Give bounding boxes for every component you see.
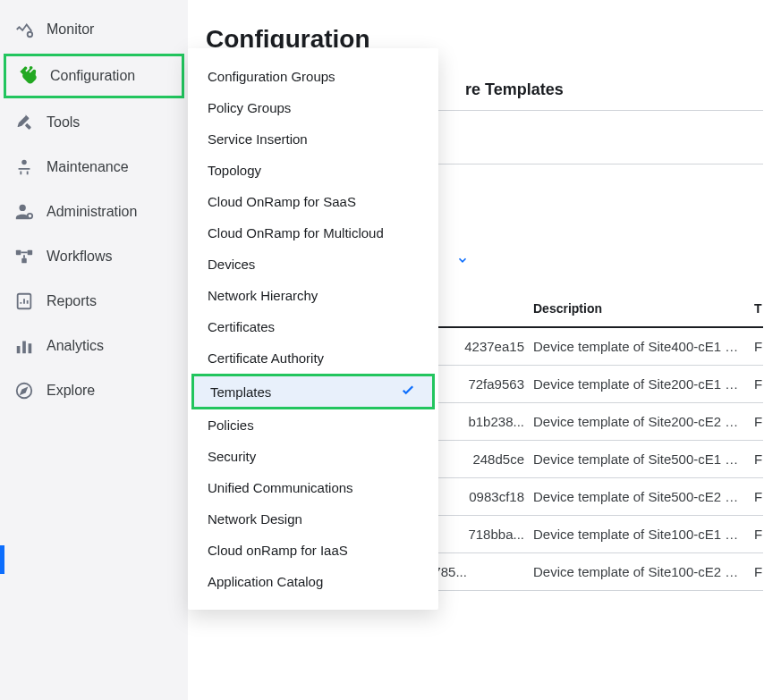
reports-icon (14, 291, 34, 311)
dropdown-item-network-design[interactable]: Network Design (188, 503, 438, 535)
monitor-icon (14, 20, 34, 39)
dropdown-item-label: Cloud OnRamp for SaaS (208, 194, 356, 209)
cell-description: Device template of Site500-cE2 wit... (533, 489, 754, 504)
dropdown-item-label: Topology (208, 163, 261, 178)
dropdown-item-label: Policies (208, 417, 254, 433)
sidebar-item-label: Reports (47, 293, 97, 309)
explore-icon (14, 381, 34, 401)
chevron-down-icon[interactable] (456, 254, 763, 270)
column-header-extra[interactable]: T (754, 301, 763, 316)
cell-description: Device template of Site400-cE1 wit... (533, 339, 754, 354)
dropdown-item-application-catalog[interactable]: Application Catalog (188, 566, 438, 597)
dropdown-item-cloud-onramp-multicloud[interactable]: Cloud OnRamp for Multicloud (188, 217, 438, 249)
sidebar-item-reports[interactable]: Reports (0, 279, 188, 324)
analytics-icon (14, 336, 34, 356)
dropdown-item-network-hierarchy[interactable]: Network Hierarchy (188, 280, 438, 311)
configuration-dropdown-menu: Configuration Groups Policy Groups Servi… (188, 48, 438, 610)
cell-extra: F (754, 451, 763, 467)
sidebar: Monitor Configuration Tools Maintenance … (0, 0, 188, 700)
dropdown-item-configuration-groups[interactable]: Configuration Groups (188, 61, 438, 92)
sidebar-item-label: Maintenance (47, 159, 129, 175)
cell-description: Device template of Site500-cE1 wit... (533, 451, 754, 467)
sidebar-item-analytics[interactable]: Analytics (0, 324, 188, 368)
sidebar-item-label: Administration (47, 204, 137, 220)
dropdown-item-certificate-authority[interactable]: Certificate Authority (188, 342, 438, 374)
dropdown-item-label: Network Hierarchy (208, 288, 318, 303)
svg-rect-9 (22, 342, 26, 354)
workflows-icon (14, 247, 34, 266)
dropdown-item-policies[interactable]: Policies (188, 409, 438, 441)
dropdown-item-label: Certificate Authority (208, 350, 324, 366)
dropdown-item-service-insertion[interactable]: Service Insertion (188, 123, 438, 155)
column-header-description[interactable]: Description (533, 301, 754, 316)
svg-point-1 (21, 160, 27, 165)
cell-description: Device template of Site200-cE1 wit... (533, 376, 754, 392)
left-indicator-stripe (0, 545, 4, 574)
dropdown-item-policy-groups[interactable]: Policy Groups (188, 92, 438, 123)
cell-description: Device template of Site100-cE1 wit... (533, 527, 754, 542)
dropdown-item-label: Templates (210, 384, 271, 400)
svg-rect-5 (28, 250, 32, 256)
sidebar-item-administration[interactable]: Administration (0, 190, 188, 234)
dropdown-item-label: Devices (208, 257, 255, 272)
svg-rect-6 (21, 258, 27, 264)
check-icon (400, 382, 416, 401)
dropdown-item-templates[interactable]: Templates (191, 374, 435, 409)
svg-rect-8 (17, 346, 21, 353)
cell-extra: F (754, 527, 763, 542)
dropdown-item-label: Cloud onRamp for IaaS (208, 543, 348, 558)
svg-rect-10 (29, 343, 32, 353)
dropdown-item-label: Cloud OnRamp for Multicloud (208, 225, 384, 240)
cell-extra: F (754, 564, 763, 579)
cell-description: Device template of Site200-cE2 wit... (533, 414, 754, 429)
admin-icon (14, 202, 34, 222)
sidebar-item-maintenance[interactable]: Maintenance (0, 145, 188, 190)
svg-rect-4 (16, 250, 21, 256)
wrench-icon (18, 66, 38, 86)
dropdown-item-label: Certificates (208, 319, 275, 334)
svg-point-3 (28, 214, 32, 219)
svg-point-0 (28, 32, 32, 38)
tools-icon (14, 113, 34, 132)
cell-extra: F (754, 376, 763, 392)
dropdown-item-devices[interactable]: Devices (188, 249, 438, 280)
dropdown-item-security[interactable]: Security (188, 441, 438, 472)
sidebar-item-explore[interactable]: Explore (0, 368, 188, 413)
dropdown-item-label: Application Catalog (208, 574, 323, 589)
sidebar-item-workflows[interactable]: Workflows (0, 234, 188, 279)
maintenance-icon (14, 157, 34, 177)
dropdown-item-label: Unified Communications (208, 480, 353, 495)
sidebar-item-label: Workflows (47, 249, 113, 265)
sidebar-item-label: Configuration (50, 68, 135, 84)
dropdown-item-label: Configuration Groups (208, 69, 335, 84)
dropdown-item-label: Policy Groups (208, 100, 291, 115)
dropdown-item-unified-communications[interactable]: Unified Communications (188, 472, 438, 503)
dropdown-item-label: Security (208, 449, 256, 464)
sidebar-item-configuration[interactable]: Configuration (4, 54, 184, 98)
cell-description: Device template of Site100-cE2 wit... (533, 564, 754, 579)
cell-extra: F (754, 414, 763, 429)
sidebar-item-monitor[interactable]: Monitor (0, 7, 188, 52)
svg-point-2 (20, 205, 26, 211)
cell-extra: F (754, 489, 763, 504)
dropdown-item-cloud-onramp-saas[interactable]: Cloud OnRamp for SaaS (188, 186, 438, 217)
dropdown-item-cloud-onramp-iaas[interactable]: Cloud onRamp for IaaS (188, 535, 438, 566)
dropdown-item-certificates[interactable]: Certificates (188, 311, 438, 342)
sidebar-item-label: Analytics (47, 338, 104, 354)
sidebar-item-tools[interactable]: Tools (0, 100, 188, 145)
sidebar-item-label: Monitor (47, 21, 94, 38)
sidebar-item-label: Explore (47, 383, 95, 399)
dropdown-item-label: Service Insertion (208, 131, 308, 147)
sidebar-item-label: Tools (47, 114, 80, 131)
cell-extra: F (754, 339, 763, 354)
dropdown-item-topology[interactable]: Topology (188, 155, 438, 186)
dropdown-item-label: Network Design (208, 511, 302, 527)
